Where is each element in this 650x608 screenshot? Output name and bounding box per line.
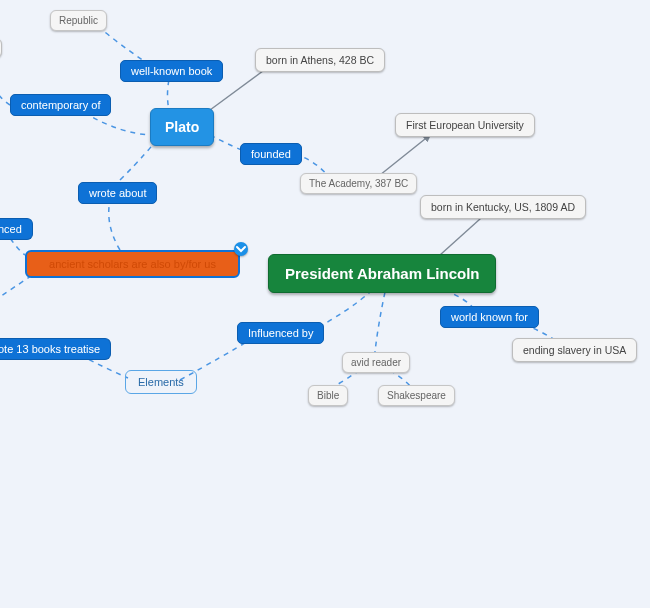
topic-plato[interactable]: Plato	[150, 108, 214, 146]
node-label: President Abraham Lincoln	[285, 265, 479, 282]
concept-map-canvas[interactable]: Republic well-known book born in Athens,…	[0, 0, 650, 608]
node-born-kentucky[interactable]: born in Kentucky, US, 1809 AD	[420, 195, 586, 219]
node-label: contemporary of	[21, 99, 100, 111]
topic-lincoln[interactable]: President Abraham Lincoln	[268, 254, 496, 293]
node-label: founded	[251, 148, 291, 160]
node-label: well-known book	[131, 65, 212, 77]
node-label: First European University	[406, 119, 524, 131]
node-label: ancient scholars are also by/for us	[49, 258, 216, 270]
relation-wrote-about[interactable]: wrote about	[78, 182, 157, 204]
relation-influenced-partial[interactable]: nced	[0, 218, 33, 240]
node-first-european-university[interactable]: First European University	[395, 113, 535, 137]
connector-layer	[0, 0, 650, 608]
node-the-academy[interactable]: The Academy, 387 BC	[300, 173, 417, 194]
node-label: avid reader	[351, 357, 401, 368]
node-label: world known for	[451, 311, 528, 323]
node-ending-slavery[interactable]: ending slavery in USA	[512, 338, 637, 362]
expand-handle[interactable]	[234, 242, 248, 256]
node-label: Shakespeare	[387, 390, 446, 401]
node-born-athens[interactable]: born in Athens, 428 BC	[255, 48, 385, 72]
node-shakespeare[interactable]: Shakespeare	[378, 385, 455, 406]
relation-world-known-for[interactable]: world known for	[440, 306, 539, 328]
node-offscreen-partial[interactable]	[0, 38, 2, 58]
node-selected-ancient-scholars[interactable]: ancient scholars are also by/for us	[25, 250, 240, 278]
node-label: Plato	[165, 119, 199, 135]
node-label: born in Kentucky, US, 1809 AD	[431, 201, 575, 213]
node-label: Influenced by	[248, 327, 313, 339]
relation-influenced-by[interactable]: Influenced by	[237, 322, 324, 344]
node-label: Bible	[317, 390, 339, 401]
node-republic[interactable]: Republic	[50, 10, 107, 31]
node-elements[interactable]: Elements	[125, 370, 197, 394]
node-label: born in Athens, 428 BC	[266, 54, 374, 66]
relation-wrote-13-books-partial[interactable]: ote 13 books treatise	[0, 338, 111, 360]
relation-well-known-book[interactable]: well-known book	[120, 60, 223, 82]
node-label: Republic	[59, 15, 98, 26]
node-label: Elements	[138, 376, 184, 388]
node-avid-reader[interactable]: avid reader	[342, 352, 410, 373]
node-label: nced	[0, 223, 22, 235]
node-label: wrote about	[89, 187, 146, 199]
node-label: ote 13 books treatise	[0, 343, 100, 355]
chevron-down-icon	[234, 242, 248, 256]
node-bible[interactable]: Bible	[308, 385, 348, 406]
node-label: ending slavery in USA	[523, 344, 626, 356]
relation-contemporary-of[interactable]: contemporary of	[10, 94, 111, 116]
node-label: The Academy, 387 BC	[309, 178, 408, 189]
relation-founded[interactable]: founded	[240, 143, 302, 165]
